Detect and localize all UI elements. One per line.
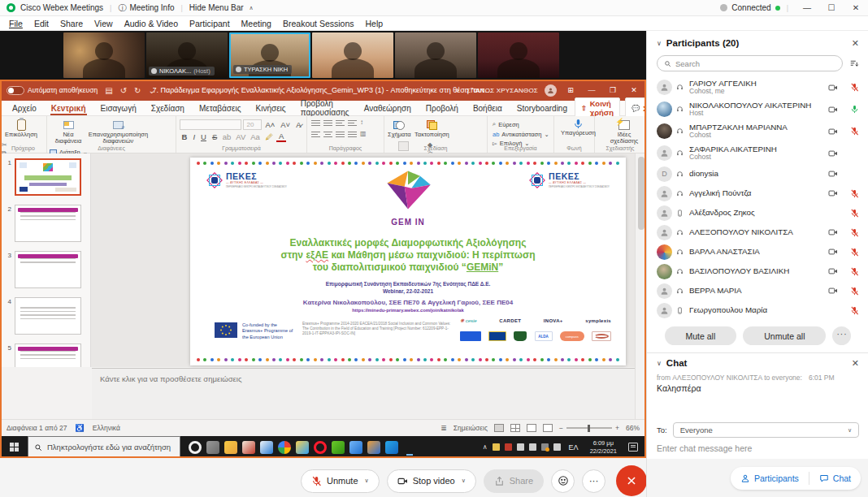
chat-toggle-button[interactable]: Chat [809, 467, 861, 490]
language-switcher[interactable]: ΕΛ [566, 443, 582, 452]
participant-row[interactable]: ΝΙΚΟΛΑΚΟΠΟΥΛΟΥ ΑΙΚΑΤΕΡΙΝΗHost [647, 98, 868, 120]
unmute-button[interactable]: Unmute ∨ [301, 469, 380, 493]
strikethrough-button[interactable]: S [210, 132, 219, 141]
video-tile[interactable] [395, 32, 476, 78]
taskbar-cortana-icon[interactable] [189, 441, 202, 454]
mute-all-button[interactable]: Mute all [665, 326, 737, 345]
tray-display-icon[interactable] [529, 443, 536, 451]
taskbar-search-box[interactable]: Πληκτρολογήστε εδώ για αναζήτηση [28, 436, 180, 458]
ppt-tab-αναθεώρηση[interactable]: Αναθεώρηση [357, 101, 419, 115]
taskbar-file-explorer-icon[interactable] [224, 441, 237, 454]
taskbar-mail-app-icon[interactable] [385, 441, 398, 454]
menu-breakout-sessions[interactable]: Breakout Sessions [277, 16, 360, 30]
ppt-tab-storyboarding[interactable]: Storyboarding [510, 101, 575, 115]
notes-toggle-button[interactable]: Σημειώσεις [454, 424, 488, 432]
video-options-chevron-icon[interactable]: ∨ [462, 478, 466, 484]
video-tile[interactable] [312, 32, 393, 78]
ppt-tab-κεντρική[interactable]: Κεντρική [44, 101, 93, 115]
ppt-tab-προβολή-παρουσίασης[interactable]: Προβολή παρουσίασης [293, 101, 357, 115]
ppt-user-avatar[interactable] [545, 84, 557, 97]
ppt-tab-κινήσεις[interactable]: Κινήσεις [249, 101, 293, 115]
close-chat-icon[interactable]: ✕ [852, 358, 859, 369]
arrange-button[interactable]: Τακτοποίηση [414, 116, 449, 138]
participant-row[interactable]: ΒΑΡΛΑ ΑΝΑΣΤΑΣΙΑ [647, 242, 868, 261]
more-options-button[interactable]: ··· [582, 469, 605, 493]
unmute-all-button[interactable]: Unmute all [743, 326, 826, 345]
meeting-info-button[interactable]: ⓘMeeting Info [118, 2, 174, 14]
participant-row[interactable]: Αγγελική Πούντζα [647, 184, 868, 203]
taskbar-maps-app-icon[interactable] [296, 441, 309, 454]
collapse-chevron-icon[interactable]: ∨ [657, 40, 662, 47]
hide-menu-bar-button[interactable]: Hide Menu Bar∧ [189, 3, 254, 12]
participant-row[interactable]: Ddionysia [647, 164, 868, 184]
ppt-tab-αρχείο[interactable]: Αρχείο [5, 101, 44, 115]
collapse-chevron-icon[interactable]: ∨ [657, 360, 662, 367]
menu-view[interactable]: View [89, 16, 119, 30]
ppt-tab-βοήθεια[interactable]: Βοήθεια [466, 101, 510, 115]
zoom-slider[interactable]: − + [559, 424, 619, 432]
taskbar-document-app-icon[interactable] [260, 441, 273, 454]
zoom-track[interactable] [566, 427, 612, 429]
taskbar-powerpoint-icon[interactable] [403, 441, 416, 454]
change-case-button[interactable]: Aa [249, 132, 262, 141]
menu-edit[interactable]: Edit [28, 16, 54, 30]
participant-row[interactable]: ΣΑΦΑΡΙΚΑ ΑΙΚΑΤΕΡΙΝΗCohost [647, 142, 868, 164]
tray-chevron-up-icon[interactable]: ∧ [483, 444, 488, 451]
participant-row[interactable]: Αλέξανδρος Ζηκος [647, 203, 868, 223]
clear-format-icon[interactable]: A̷ [294, 120, 303, 129]
participant-row[interactable]: ΓΑΡΙΟΥ ΑΓΓΕΛΙΚΗCohost, me [647, 76, 868, 98]
menu-meeting[interactable]: Meeting [236, 16, 277, 30]
taskbar-chrome-icon[interactable] [278, 441, 291, 454]
participants-more-button[interactable]: ··· [832, 326, 851, 345]
unmute-options-chevron-icon[interactable]: ∨ [365, 478, 369, 484]
participant-row[interactable]: ΒΕΡΡΑ ΜΑΡΙΑ [647, 281, 868, 300]
share-button[interactable]: Share [484, 469, 544, 493]
slide-thumbnail[interactable] [15, 205, 81, 242]
shrink-font-icon[interactable]: A˅ [279, 120, 293, 129]
sort-participants-icon[interactable] [849, 58, 859, 68]
find-button[interactable]: ⌕Εύρεση [493, 120, 549, 128]
stop-video-button[interactable]: Stop video ∨ [387, 469, 476, 493]
video-tile[interactable] [478, 32, 559, 78]
save-icon[interactable]: ▤ [105, 86, 112, 95]
reactions-button[interactable] [551, 469, 575, 493]
chat-message-input[interactable]: Enter chat message here [657, 443, 859, 453]
tray-folder-icon[interactable] [493, 443, 500, 451]
participants-search-input[interactable]: Search [657, 55, 843, 71]
new-slide-button[interactable]: Νέα διαφάνεια [51, 116, 85, 145]
tray-speaker-icon[interactable] [553, 443, 561, 451]
numbered-list-icon[interactable] [323, 119, 332, 127]
menu-share[interactable]: Share [54, 16, 89, 30]
notes-pane[interactable]: Κάντε κλικ για να προσθέσετε σημειώσεις [92, 368, 635, 419]
increase-indent-icon[interactable] [348, 119, 357, 127]
ppt-close-button[interactable]: ✕ [627, 86, 641, 94]
zoom-out-icon[interactable]: − [559, 424, 563, 432]
italic-button[interactable]: I [191, 132, 197, 141]
slide-area-scrollbar[interactable] [635, 153, 646, 419]
slide-thumbnail[interactable] [15, 251, 81, 288]
highlight-color-button[interactable]: 🖉 [263, 132, 276, 141]
taskbar-photos-icon[interactable] [349, 441, 362, 454]
tray-alert-icon[interactable] [541, 443, 549, 451]
bold-button[interactable]: B [180, 132, 189, 141]
ppt-tab-μεταβάσεις[interactable]: Μεταβάσεις [192, 101, 249, 115]
taskbar-opera-icon[interactable] [314, 441, 327, 454]
align-center-icon[interactable] [323, 131, 332, 138]
slide-thumbnail[interactable] [15, 297, 81, 335]
current-slide[interactable]: ΠΕΚΕΣ — ΔΥΤΙΚΗΣ ΕΛΛΑΔΑΣ — ΠΕΡΙΦΕΡΕΙΑΚΟ Κ… [190, 158, 626, 365]
line-spacing-icon[interactable]: ↕ [360, 119, 363, 127]
taskbar-globe-browser-icon[interactable] [367, 441, 380, 454]
columns-icon[interactable]: ▥ [360, 131, 367, 138]
tray-webex-tray-icon[interactable] [505, 443, 512, 451]
undo-icon[interactable]: ↺ [120, 86, 127, 95]
video-tile[interactable] [63, 32, 145, 78]
autosave-toggle[interactable]: Αυτόματη αποθήκευση [7, 86, 98, 95]
zoom-percent[interactable]: 66% [626, 424, 640, 432]
accessibility-icon[interactable]: ♿ [76, 424, 85, 432]
grow-font-icon[interactable]: A˄ [263, 120, 277, 129]
slide-thumbnail[interactable] [15, 158, 81, 196]
reuse-slides-button[interactable]: Επαναχρησιμοποίηση διαφανειών [89, 116, 147, 145]
underline-button[interactable]: U [199, 132, 209, 141]
taskbar-utorrent-icon[interactable] [332, 441, 345, 454]
paste-button[interactable]: Επικόλληση [5, 116, 37, 138]
